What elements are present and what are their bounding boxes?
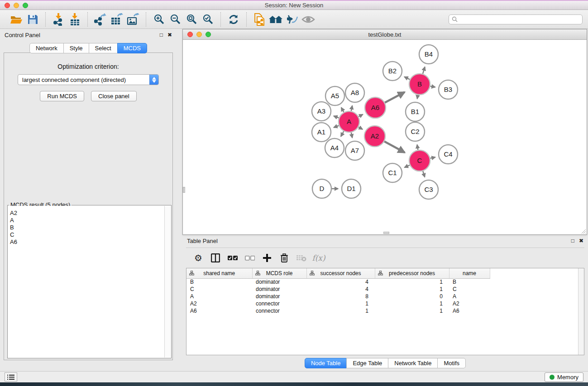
node-A7[interactable]: A7 <box>345 141 364 160</box>
export-image-icon[interactable] <box>125 12 141 27</box>
edge-B-B4[interactable] <box>423 67 425 74</box>
left-pane-handle[interactable] <box>183 187 185 193</box>
result-item[interactable]: A6 <box>8 238 164 246</box>
node-C1[interactable]: C1 <box>383 163 402 182</box>
clone-network-icon[interactable] <box>251 12 268 27</box>
tab-mcds[interactable]: MCDS <box>117 43 147 53</box>
column-header-predecessor-nodes[interactable]: predecessor nodes <box>375 268 449 278</box>
node-A8[interactable]: A8 <box>345 83 364 102</box>
table-row[interactable]: Bdominator41B <box>186 278 490 286</box>
node-C2[interactable]: C2 <box>406 122 425 141</box>
import-table-icon[interactable] <box>67 12 83 27</box>
table-scrollbar[interactable] <box>578 268 584 355</box>
edge-A-A6[interactable] <box>359 114 363 117</box>
close-panel-icon[interactable]: ✖ <box>167 32 172 38</box>
column-header-shared-name[interactable]: shared name <box>186 268 252 278</box>
task-history-button[interactable] <box>5 372 17 381</box>
open-file-icon[interactable] <box>8 12 24 27</box>
edge-A-A3[interactable] <box>334 116 339 118</box>
network-canvas[interactable]: B4B2BB3A8A5A6A3B1AA1C2A2A4A7C4CC1C3DD1 <box>183 40 587 234</box>
column-header-MCDS-role[interactable]: MCDS role <box>252 268 306 278</box>
node-B3[interactable]: B3 <box>439 80 458 99</box>
node-A6[interactable]: A6 <box>365 97 386 118</box>
import-network-icon[interactable] <box>50 12 67 27</box>
node-D[interactable]: D <box>312 179 331 198</box>
node-A[interactable]: A <box>339 111 359 132</box>
float-panel-icon[interactable]: □ <box>160 32 163 38</box>
node-A5[interactable]: A5 <box>325 86 344 105</box>
node-A3[interactable]: A3 <box>312 102 331 121</box>
node-B1[interactable]: B1 <box>406 102 425 121</box>
node-C4[interactable]: C4 <box>439 145 458 164</box>
delete-column-icon[interactable] <box>277 251 291 265</box>
edge-A-A7[interactable] <box>351 133 352 138</box>
node-A2[interactable]: A2 <box>364 126 385 147</box>
search-field[interactable] <box>449 14 583 24</box>
node-A4[interactable]: A4 <box>325 138 344 157</box>
node-B[interactable]: B <box>409 74 430 95</box>
edge-A6-B[interactable] <box>385 92 405 103</box>
node-D1[interactable]: D1 <box>342 179 361 198</box>
tab-network[interactable]: Network <box>29 43 64 53</box>
node-A1[interactable]: A1 <box>312 123 331 142</box>
result-scrollbar[interactable] <box>164 206 171 357</box>
criterion-select[interactable]: largest connected component (directed) <box>18 74 159 85</box>
edge-A-A8[interactable] <box>351 105 352 111</box>
create-column-icon[interactable] <box>260 251 274 265</box>
refresh-icon[interactable] <box>225 12 242 27</box>
export-table-icon[interactable] <box>109 12 125 27</box>
tab-select[interactable]: Select <box>89 43 118 53</box>
edge-C-C2[interactable] <box>417 145 418 150</box>
zoom-fit-icon[interactable] <box>183 12 200 27</box>
table-row[interactable]: Cdominator41C <box>186 286 490 293</box>
zoom-in-icon[interactable] <box>151 12 167 27</box>
zoom-out-icon[interactable] <box>167 12 183 27</box>
result-item[interactable]: A2 <box>8 210 164 217</box>
edge-A2-C[interactable] <box>384 141 405 152</box>
run-mcds-button[interactable]: Run MCDS <box>40 91 84 101</box>
memory-button[interactable]: Memory <box>545 372 583 382</box>
column-header-name[interactable]: name <box>449 268 490 278</box>
show-details-icon[interactable] <box>300 12 316 27</box>
hide-details-icon[interactable] <box>284 12 300 27</box>
show-columns-icon[interactable] <box>209 251 222 265</box>
home-icon[interactable] <box>268 12 284 27</box>
zoom-selected-icon[interactable] <box>200 12 216 27</box>
export-network-icon[interactable] <box>92 12 109 27</box>
result-item[interactable]: A <box>8 217 164 224</box>
edge-A-A1[interactable] <box>334 125 339 127</box>
tab-motifs[interactable]: Motifs <box>437 358 466 368</box>
node-B4[interactable]: B4 <box>419 45 438 64</box>
table-settings-gear-icon[interactable]: ⚙ <box>191 251 205 265</box>
edge-B-B1[interactable] <box>417 95 418 99</box>
resize-grip-icon[interactable] <box>580 228 586 234</box>
result-item[interactable]: C <box>8 231 164 238</box>
edge-A-A5[interactable] <box>341 107 344 112</box>
tab-network-table[interactable]: Network Table <box>388 358 438 368</box>
table-row[interactable]: A2connector11A2 <box>186 300 490 307</box>
edge-B-B2[interactable] <box>404 77 410 80</box>
column-header-successor-nodes[interactable]: successor nodes <box>306 268 375 278</box>
result-item[interactable]: B <box>8 224 164 231</box>
edge-C-C3[interactable] <box>423 171 425 177</box>
tab-style[interactable]: Style <box>63 43 89 53</box>
node-C[interactable]: C <box>409 150 430 171</box>
edge-A-A4[interactable] <box>341 131 344 137</box>
table-row[interactable]: Adominator80A <box>186 293 490 300</box>
network-graph[interactable]: B4B2BB3A8A5A6A3B1AA1C2A2A4A7C4CC1C3DD1 <box>183 40 587 234</box>
node-C3[interactable]: C3 <box>419 180 438 199</box>
edge-A-A2[interactable] <box>359 127 363 129</box>
edge-B-B3[interactable] <box>430 86 435 87</box>
save-session-icon[interactable] <box>24 12 41 27</box>
node-B2[interactable]: B2 <box>383 62 402 81</box>
unselect-all-columns-icon[interactable] <box>243 251 257 265</box>
tab-edge-table[interactable]: Edge Table <box>346 358 388 368</box>
float-table-panel-icon[interactable]: □ <box>571 238 574 243</box>
tab-node-table[interactable]: Node Table <box>305 358 347 368</box>
search-input[interactable] <box>459 16 579 23</box>
edge-C-C4[interactable] <box>430 157 435 158</box>
close-panel-button[interactable]: Close panel <box>91 91 137 101</box>
table-row[interactable]: A6connector11A6 <box>186 307 490 315</box>
select-all-columns-icon[interactable] <box>226 251 239 265</box>
edge-C-C1[interactable] <box>404 165 410 167</box>
